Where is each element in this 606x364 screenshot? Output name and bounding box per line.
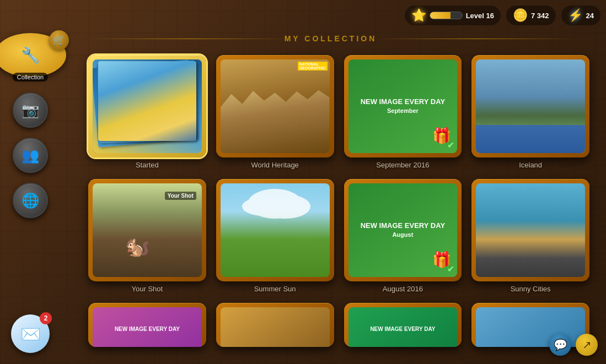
top-hud: ⭐ Level 16 🪙 7 342 ⚡ 24 [405,6,600,25]
boost-button[interactable]: ↗ [576,334,598,356]
puzzle-frame-august: NEW IMAGE EVERY DAY August 🎁 ✔ [344,179,462,281]
new-image-text: NEW IMAGE EVERY DAY [361,221,445,231]
puzzle-frame-iceland [471,55,589,157]
month-label: September [387,107,419,115]
frame-inner: 🐿️ Your Shot [93,183,202,277]
puzzle-frame-your-shot: 🐿️ Your Shot [88,179,206,281]
item-label: Sunny Cities [511,285,551,293]
collection-title: MY COLLECTION [88,34,573,43]
item-label: Started [136,161,159,169]
level-fill [430,12,451,19]
camera-icon: 📷 [22,102,39,119]
checkmark-icon: ✔ [447,264,454,274]
new-image-badge: NEW IMAGE EVERY DAY [348,307,458,347]
item-label: August 2016 [383,285,423,293]
bolt-icon: ⚡ [568,8,583,23]
cart-icon: 🛒 [49,30,69,50]
level-bar [430,12,463,19]
frame-inner [476,183,585,277]
your-shot-label: Your Shot [165,192,196,200]
camera-button[interactable]: 📷 [13,93,48,128]
puzzle-frame-summer-sun [216,179,334,281]
frame-inner [221,183,330,277]
sunny-cities-scene [476,183,585,277]
frame-inner [476,59,585,153]
coin-icon: 🪙 [513,8,528,23]
list-item[interactable]: NEW IMAGE EVERY DAY [88,303,206,347]
sidebar: 🔧 🛒 Collection 📷 👥 🌐 [0,0,61,364]
new-image-text: NEW IMAGE EVERY DAY [361,97,445,107]
frame-inner: NEW IMAGE EVERY DAY September 🎁 ✔ [348,59,458,153]
puzzle-frame-castle [216,303,334,347]
chat-button[interactable]: 💬 [549,334,571,356]
item-label: Iceland [519,161,542,169]
your-shot-scene: 🐿️ Your Shot [93,183,202,277]
level-hud: ⭐ Level 16 [405,6,501,25]
wrench-icon: 🔧 [21,46,40,64]
list-item[interactable]: NATIONALGEOGRAPHIC World Heritage [216,55,334,169]
star-icon: ⭐ [411,8,426,23]
globe-icon: 🌐 [22,192,39,209]
puzzle-frame-world-heritage: NATIONALGEOGRAPHIC [216,55,334,157]
mail-badge: 2 [40,312,52,324]
item-label: Summer Sun [254,285,296,293]
frame-inner [93,59,202,153]
friends-icon: 👥 [22,147,39,164]
list-item[interactable] [216,303,334,347]
animal-icon: 🐿️ [125,235,150,258]
chat-icon: 💬 [554,338,567,351]
puzzle-frame-started [88,55,206,157]
friends-button[interactable]: 👥 [13,138,48,173]
list-item[interactable]: Sunny Cities [471,179,589,293]
puzzle-frame-pink-new: NEW IMAGE EVERY DAY [88,303,206,347]
puzzle-frame-green-new: NEW IMAGE EVERY DAY [344,303,462,347]
collection-button[interactable]: 🔧 🛒 Collection [0,33,66,77]
collection-grid: Started NATIONALGEOGRAPHIC World Heritag… [83,50,595,353]
list-item[interactable]: NEW IMAGE EVERY DAY [344,303,462,347]
puzzle-frame-sunny-cities [471,179,589,281]
new-image-badge: NEW IMAGE EVERY DAY [93,307,202,347]
list-item[interactable]: 🐿️ Your Shot Your Shot [88,179,206,293]
bolts-hud: ⚡ 24 [561,6,600,25]
frame-inner: NEW IMAGE EVERY DAY August 🎁 ✔ [348,183,458,277]
checkmark-icon: ✔ [447,140,454,150]
iceland-water [476,125,585,153]
coins-text: 7 342 [531,12,549,20]
stacked-img-3 [98,61,196,140]
natgeo-logo: NATIONALGEOGRAPHIC [298,62,328,70]
frame-inner: NEW IMAGE EVERY DAY [93,307,202,347]
list-item[interactable]: Summer Sun [216,179,334,293]
iceland-scene [476,59,585,153]
item-label: September 2016 [376,161,429,169]
coins-hud: 🪙 7 342 [506,6,556,25]
globe-button[interactable]: 🌐 [13,183,48,218]
summer-clouds [242,197,286,216]
summer-scene [221,183,330,277]
mail-button[interactable]: ✉️ 2 [11,314,50,353]
month-label: August [392,231,413,239]
new-image-small: NEW IMAGE EVERY DAY [115,325,180,333]
list-item[interactable]: Iceland [471,55,589,169]
level-text: Level 16 [466,12,494,20]
mail-icon: ✉️ [20,324,41,344]
frame-inner [221,307,330,347]
frame-inner: NATIONALGEOGRAPHIC [221,59,330,153]
puzzle-frame-september: NEW IMAGE EVERY DAY September 🎁 ✔ [344,55,462,157]
collection-label: Collection [13,73,48,82]
list-item[interactable]: Started [88,55,206,169]
frame-inner: NEW IMAGE EVERY DAY [348,307,458,347]
bolts-text: 24 [586,12,594,20]
ruins [221,88,330,153]
new-image-small: NEW IMAGE EVERY DAY [370,325,435,333]
item-label: Your Shot [132,285,163,293]
item-label: World Heritage [251,161,298,169]
list-item[interactable]: NEW IMAGE EVERY DAY August 🎁 ✔ August 20… [344,179,462,293]
bottom-right-buttons: 💬 ↗ [549,334,598,356]
boost-icon: ↗ [582,338,592,351]
list-item[interactable]: NEW IMAGE EVERY DAY September 🎁 ✔ Septem… [344,55,462,169]
